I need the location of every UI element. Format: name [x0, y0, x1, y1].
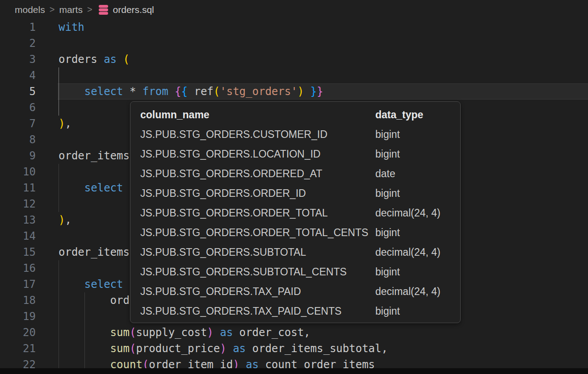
line-number[interactable]: 19 [0, 308, 36, 324]
panel-edge [0, 368, 588, 374]
line-number[interactable]: 6 [0, 100, 36, 116]
line-number[interactable]: 16 [0, 260, 36, 276]
line-number[interactable]: 21 [0, 341, 36, 357]
hover-table-row: JS.PUB.STG_ORDERS.ORDERED_ATdate [130, 164, 460, 183]
column-name-cell: JS.PUB.STG_ORDERS.TAX_PAID_CENTS [140, 305, 375, 317]
line-number[interactable]: 12 [0, 196, 36, 212]
code-text: select * from {{ ref('stg_orders') }} [59, 83, 323, 100]
line-number[interactable]: 1 [0, 19, 36, 35]
hover-table-row: JS.PUB.STG_ORDERS.LOCATION_IDbigint [130, 144, 460, 164]
hover-table-row: JS.PUB.STG_ORDERS.ORDER_TOTAL_CENTSbigin… [130, 223, 460, 242]
column-name-cell: JS.PUB.STG_ORDERS.CUSTOMER_ID [140, 129, 375, 141]
column-name-cell: JS.PUB.STG_ORDERS.ORDER_ID [140, 187, 375, 199]
line-number[interactable]: 17 [0, 276, 36, 292]
indent-guide [59, 196, 59, 212]
hover-table-row: JS.PUB.STG_ORDERS.ORDER_IDbigint [130, 183, 460, 203]
code-line-21[interactable]: 21 sum(product_price) as order_items_sub… [0, 341, 588, 357]
column-name-cell: JS.PUB.STG_ORDERS.ORDERED_AT [140, 168, 375, 180]
code-line-1[interactable]: 1with [0, 19, 588, 35]
column-name-cell: JS.PUB.STG_ORDERS.SUBTOTAL_CENTS [140, 266, 375, 278]
indent-guide [84, 308, 85, 324]
hover-table-row: JS.PUB.STG_ORDERS.SUBTOTAL_CENTSbigint [130, 262, 460, 282]
data-type-cell: bigint [375, 129, 400, 141]
line-number[interactable]: 11 [0, 180, 36, 196]
code-text: sum(supply_cost) as order_cost, [59, 324, 311, 341]
line-number[interactable]: 15 [0, 244, 36, 260]
chevron-right-icon: > [87, 4, 92, 15]
line-number[interactable]: 18 [0, 292, 36, 308]
data-type-header: data_type [375, 109, 423, 121]
indent-guide [59, 67, 59, 83]
line-number[interactable]: 9 [0, 148, 36, 164]
hover-popup: column_namedata_typeJS.PUB.STG_ORDERS.CU… [130, 101, 461, 323]
column-name-cell: JS.PUB.STG_ORDERS.ORDER_TOTAL_CENTS [140, 227, 375, 239]
line-number[interactable]: 14 [0, 228, 36, 244]
line-number[interactable]: 20 [0, 324, 36, 341]
code-text: with [59, 19, 84, 35]
code-line-3[interactable]: 3orders as ( [0, 51, 588, 67]
editor-window: models > marts > orders.sql 1with23order… [0, 0, 588, 374]
code-text: select [59, 276, 123, 292]
code-line-20[interactable]: 20 sum(supply_cost) as order_cost, [0, 324, 588, 341]
chevron-right-icon: > [50, 4, 55, 15]
line-number[interactable]: 7 [0, 116, 36, 132]
line-number[interactable]: 10 [0, 164, 36, 180]
breadcrumb: models > marts > orders.sql [0, 0, 588, 19]
data-type-cell: bigint [375, 266, 400, 278]
indent-guide [59, 260, 59, 276]
column-name-header: column_name [140, 109, 375, 121]
code-line-2[interactable]: 2 [0, 35, 588, 51]
line-number[interactable]: 13 [0, 212, 36, 228]
code-text: ord [59, 292, 130, 308]
hover-table-row: JS.PUB.STG_ORDERS.TAX_PAIDdecimal(24, 4) [130, 282, 460, 301]
line-number[interactable]: 8 [0, 132, 36, 148]
hover-table-row: JS.PUB.STG_ORDERS.TAX_PAID_CENTSbigint [130, 301, 460, 321]
hover-table-row: JS.PUB.STG_ORDERS.CUSTOMER_IDbigint [130, 125, 460, 144]
column-name-cell: JS.PUB.STG_ORDERS.ORDER_TOTAL [140, 207, 375, 219]
data-type-cell: decimal(24, 4) [375, 286, 441, 298]
code-line-5[interactable]: 5 select * from {{ ref('stg_orders') }} [0, 83, 588, 100]
data-type-cell: bigint [375, 148, 400, 160]
code-text: ), [59, 116, 71, 132]
code-text: order_items [59, 148, 130, 164]
column-name-cell: JS.PUB.STG_ORDERS.LOCATION_ID [140, 148, 375, 160]
column-name-cell: JS.PUB.STG_ORDERS.SUBTOTAL [140, 246, 375, 258]
line-number[interactable]: 5 [0, 83, 36, 100]
code-text: order_items [59, 244, 130, 260]
indent-guide [59, 164, 59, 180]
database-icon [98, 4, 109, 16]
hover-table-row: JS.PUB.STG_ORDERS.SUBTOTALdecimal(24, 4) [130, 242, 460, 262]
line-number[interactable]: 3 [0, 51, 36, 67]
data-type-cell: bigint [375, 187, 400, 199]
data-type-cell: bigint [375, 227, 400, 239]
code-text: orders as ( [59, 51, 130, 67]
code-text: select [59, 180, 123, 196]
column-name-cell: JS.PUB.STG_ORDERS.TAX_PAID [140, 286, 375, 298]
data-type-cell: decimal(24, 4) [375, 246, 441, 258]
indent-guide [59, 100, 59, 116]
code-text: ), [59, 212, 71, 228]
breadcrumb-file-name[interactable]: orders.sql [113, 4, 154, 15]
hover-table-header: column_namedata_type [130, 105, 460, 125]
breadcrumb-item-marts[interactable]: marts [59, 4, 83, 15]
breadcrumb-item-models[interactable]: models [15, 4, 45, 15]
code-line-4[interactable]: 4 [0, 67, 588, 83]
data-type-cell: decimal(24, 4) [375, 207, 441, 219]
code-text: sum(product_price) as order_items_subtot… [59, 341, 388, 357]
data-type-cell: date [375, 168, 395, 180]
line-number[interactable]: 2 [0, 35, 36, 51]
line-number[interactable]: 4 [0, 67, 36, 83]
data-type-cell: bigint [375, 305, 400, 317]
hover-table-row: JS.PUB.STG_ORDERS.ORDER_TOTALdecimal(24,… [130, 203, 460, 223]
indent-guide [59, 308, 59, 324]
